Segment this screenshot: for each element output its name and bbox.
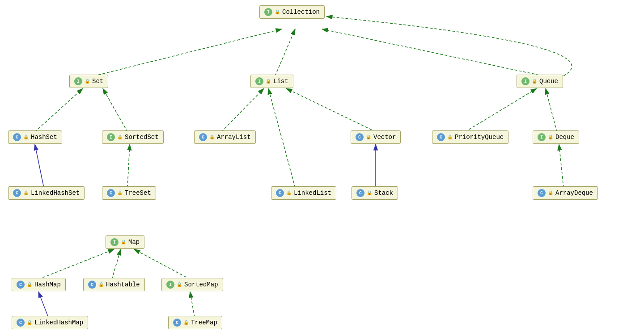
lock-linkedlist: 🔒 — [286, 190, 292, 196]
lock-linkedhashset: 🔒 — [23, 190, 29, 196]
lock-sortedmap: 🔒 — [177, 282, 182, 287]
badge-linkedlist: C — [276, 189, 284, 197]
label-list: List — [273, 78, 288, 85]
label-linkedlist: LinkedList — [294, 189, 331, 197]
svg-line-5 — [35, 88, 83, 132]
node-priorityqueue[interactable]: C 🔒 PriorityQueue — [432, 130, 508, 144]
lock-map: 🔒 — [121, 239, 126, 245]
badge-priorityqueue: C — [437, 133, 445, 141]
svg-line-3 — [275, 29, 295, 76]
lock-deque: 🔒 — [548, 134, 553, 140]
badge-treeset: C — [107, 189, 115, 197]
label-map: Map — [128, 239, 140, 246]
label-stack: Stack — [374, 189, 393, 197]
lock-collection: 🔒 — [275, 9, 280, 15]
node-linkedlist[interactable]: C 🔒 LinkedList — [271, 186, 336, 200]
badge-hashtable: C — [88, 281, 96, 289]
lock-list: 🔒 — [266, 79, 271, 84]
node-hashmap[interactable]: C 🔒 HashMap — [12, 278, 66, 291]
label-deque: Deque — [555, 134, 574, 141]
svg-line-7 — [221, 88, 264, 132]
svg-line-13 — [127, 144, 130, 188]
lock-set: 🔒 — [85, 79, 90, 84]
node-sortedset[interactable]: I 🔒 SortedSet — [102, 130, 164, 144]
badge-hashmap: C — [17, 281, 25, 289]
label-treeset: TreeSet — [125, 189, 151, 197]
svg-line-6 — [103, 88, 127, 132]
label-hashset: HashSet — [31, 134, 57, 141]
badge-collection: I — [264, 8, 272, 16]
node-hashtable[interactable]: C 🔒 Hashtable — [83, 278, 145, 291]
node-set[interactable]: I 🔒 Set — [69, 75, 108, 88]
label-queue: Queue — [539, 78, 558, 85]
badge-arraydeque: C — [538, 189, 546, 197]
svg-line-20 — [190, 292, 195, 317]
node-queue[interactable]: I 🔒 Queue — [517, 75, 563, 88]
label-sortedmap: SortedMap — [184, 281, 218, 288]
svg-line-17 — [112, 249, 121, 279]
badge-vector: C — [356, 133, 364, 141]
node-vector[interactable]: C 🔒 Vector — [351, 130, 401, 144]
label-hashmap: HashMap — [34, 281, 61, 288]
lock-queue: 🔒 — [532, 79, 537, 84]
lock-sortedset: 🔒 — [117, 134, 123, 140]
label-arraylist: ArrayList — [217, 134, 251, 141]
svg-line-18 — [134, 249, 190, 279]
svg-line-11 — [546, 88, 557, 132]
lock-linkedhashmap: 🔒 — [27, 320, 32, 325]
svg-line-4 — [322, 29, 543, 76]
badge-sortedmap: I — [166, 281, 174, 289]
node-linkedhashmap[interactable]: C 🔒 LinkedHashMap — [12, 316, 88, 329]
lock-priorityqueue: 🔒 — [447, 134, 453, 140]
label-vector: Vector — [373, 134, 396, 141]
svg-line-10 — [465, 88, 537, 132]
label-set: Set — [92, 78, 103, 85]
label-priorityqueue: PriorityQueue — [455, 134, 504, 141]
node-treeset[interactable]: C 🔒 TreeSet — [102, 186, 156, 200]
badge-arraylist: C — [199, 133, 207, 141]
lock-vector: 🔒 — [366, 134, 371, 140]
node-arraydeque[interactable]: C 🔒 ArrayDeque — [533, 186, 598, 200]
badge-set: I — [74, 77, 82, 85]
svg-line-9 — [286, 88, 376, 132]
svg-line-16 — [38, 249, 114, 279]
label-collection: Collection — [282, 8, 320, 16]
svg-line-8 — [268, 88, 295, 188]
label-treemap: TreeMap — [191, 319, 217, 326]
label-linkedhashset: LinkedHashSet — [31, 189, 80, 197]
label-sortedset: SortedSet — [125, 134, 159, 141]
lock-stack: 🔒 — [367, 190, 372, 196]
lock-treeset: 🔒 — [117, 190, 123, 196]
badge-linkedhashmap: C — [17, 319, 25, 327]
badge-list: I — [255, 77, 263, 85]
node-map[interactable]: I 🔒 Map — [106, 235, 144, 249]
svg-line-19 — [38, 292, 48, 317]
node-sortedmap[interactable]: I 🔒 SortedMap — [161, 278, 223, 291]
node-linkedhashset[interactable]: C 🔒 LinkedHashSet — [8, 186, 85, 200]
lock-hashmap: 🔒 — [27, 282, 32, 287]
node-stack[interactable]: C 🔒 Stack — [352, 186, 398, 200]
badge-queue: I — [521, 77, 530, 85]
node-collection[interactable]: I 🔒 Collection — [259, 5, 325, 19]
badge-stack: C — [356, 189, 364, 197]
lock-hashset: 🔒 — [23, 134, 29, 140]
lock-arraylist: 🔒 — [209, 134, 215, 140]
node-hashset[interactable]: C 🔒 HashSet — [8, 130, 62, 144]
node-list[interactable]: I 🔒 List — [250, 75, 293, 88]
badge-linkedhashset: C — [13, 189, 21, 197]
lock-hashtable: 🔒 — [98, 282, 104, 287]
node-treemap[interactable]: C 🔒 TreeMap — [168, 316, 222, 329]
lock-arraydeque: 🔒 — [548, 190, 553, 196]
diagram-container: I 🔒 Collection I 🔒 Set I 🔒 List I 🔒 Queu… — [0, 0, 644, 336]
badge-treemap: C — [173, 319, 181, 327]
lock-treemap: 🔒 — [183, 320, 189, 325]
label-linkedhashmap: LinkedHashMap — [34, 319, 83, 326]
badge-deque: I — [538, 133, 546, 141]
badge-map: I — [110, 238, 119, 246]
svg-line-2 — [94, 29, 282, 76]
svg-line-15 — [559, 144, 564, 188]
node-arraylist[interactable]: C 🔒 ArrayList — [194, 130, 256, 144]
badge-hashset: C — [13, 133, 21, 141]
badge-sortedset: I — [107, 133, 115, 141]
node-deque[interactable]: I 🔒 Deque — [533, 130, 579, 144]
